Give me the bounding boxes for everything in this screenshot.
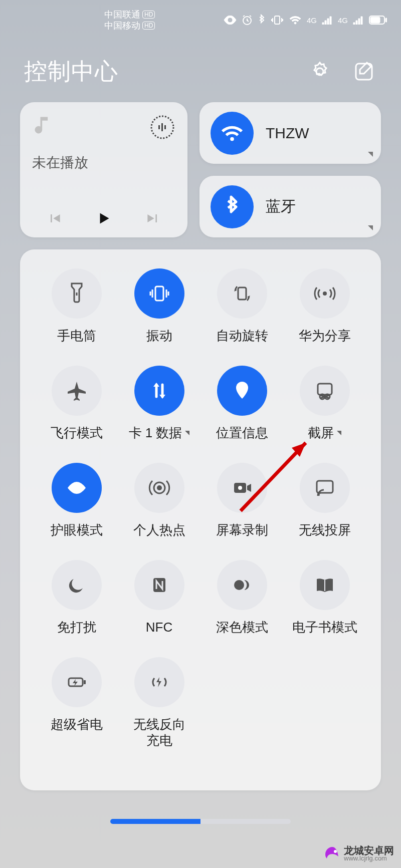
expand-triangle-icon xyxy=(337,431,341,435)
svg-rect-8 xyxy=(161,123,163,131)
tile-label-screenshot: 截屏 xyxy=(308,425,334,441)
tile-label-mobile-data: 卡 1 数据 xyxy=(129,425,182,441)
page-title: 控制中心 xyxy=(24,56,118,87)
airplane-icon xyxy=(65,379,89,403)
tile-wireless-proj[interactable]: 无线投屏 xyxy=(283,463,366,538)
tile-button-dark-mode[interactable] xyxy=(217,560,267,610)
huawei-share-icon xyxy=(313,281,337,306)
screenshot-icon xyxy=(313,379,337,403)
tile-button-reverse-charge[interactable] xyxy=(134,657,184,707)
super-saver-icon xyxy=(65,670,89,694)
tile-button-huawei-share[interactable] xyxy=(300,268,350,319)
tile-dark-mode[interactable]: 深色模式 xyxy=(200,560,283,635)
hd-badge-1: HD xyxy=(142,11,155,19)
tile-button-eye-comfort[interactable] xyxy=(52,463,102,513)
signal-1-label: 4G xyxy=(307,16,317,25)
tile-reverse-charge[interactable]: 无线反向充电 xyxy=(118,657,200,748)
edit-icon xyxy=(353,61,375,83)
reverse-charge-icon xyxy=(147,670,171,694)
wifi-tile[interactable]: THZW xyxy=(199,102,381,164)
tile-nfc[interactable]: NFC xyxy=(118,560,200,635)
edit-button[interactable] xyxy=(351,59,377,85)
tile-button-screen-record[interactable] xyxy=(217,463,267,513)
tile-label-airplane: 飞行模式 xyxy=(51,425,103,441)
vibrate-status-icon xyxy=(271,15,284,26)
tile-button-location[interactable] xyxy=(217,366,267,416)
tile-location[interactable]: 位置信息 xyxy=(200,366,283,441)
tile-eye-comfort[interactable]: 护眼模式 xyxy=(35,463,118,538)
bluetooth-status-icon xyxy=(258,14,266,26)
tile-label-autorotate: 自动旋转 xyxy=(216,328,268,344)
carrier-1: 中国联通 xyxy=(104,9,140,20)
mobile-data-icon xyxy=(147,379,171,403)
tile-button-autorotate[interactable] xyxy=(217,268,267,319)
tile-vibrate[interactable]: 振动 xyxy=(118,268,200,344)
music-note-icon xyxy=(32,114,54,136)
tile-flashlight[interactable]: 手电筒 xyxy=(35,268,118,344)
tile-button-nfc[interactable] xyxy=(134,560,184,610)
tile-label-reverse-charge: 无线反向充电 xyxy=(129,716,189,748)
tile-dnd[interactable]: 免打扰 xyxy=(35,560,118,635)
tile-label-super-saver: 超级省电 xyxy=(51,716,103,732)
location-icon xyxy=(230,379,254,403)
svg-rect-4 xyxy=(385,18,387,22)
gear-icon xyxy=(309,61,331,83)
tile-button-ebook-mode[interactable] xyxy=(300,560,350,610)
tile-label-ebook-mode: 电子书模式 xyxy=(292,619,357,635)
carrier-info: 中国联通HD 中国移动HD xyxy=(104,9,155,31)
tile-button-super-saver[interactable] xyxy=(52,657,102,707)
tile-screenshot[interactable]: 截屏 xyxy=(283,366,366,441)
tile-mobile-data[interactable]: 卡 1 数据 xyxy=(118,366,200,441)
tile-button-dnd[interactable] xyxy=(52,560,102,610)
tile-label-flashlight: 手电筒 xyxy=(57,328,96,344)
tile-label-location: 位置信息 xyxy=(216,425,268,441)
tile-label-nfc: NFC xyxy=(146,619,172,635)
tile-airplane[interactable]: 飞行模式 xyxy=(35,366,118,441)
alarm-status-icon xyxy=(242,15,253,26)
wifi-icon xyxy=(220,123,245,143)
tile-screen-record[interactable]: 屏幕录制 xyxy=(200,463,283,538)
tile-button-flashlight[interactable] xyxy=(52,268,102,319)
eye-status-icon xyxy=(224,16,237,25)
play-icon xyxy=(95,208,113,228)
tile-label-huawei-share: 华为分享 xyxy=(299,328,351,344)
tile-button-wireless-proj[interactable] xyxy=(300,463,350,513)
bluetooth-toggle[interactable] xyxy=(211,185,254,228)
watermark: 龙城安卓网www.lcjrlg.com xyxy=(324,846,394,863)
watermark-en: www.lcjrlg.com xyxy=(344,854,387,862)
tile-label-dark-mode: 深色模式 xyxy=(216,619,268,635)
ebook-mode-icon xyxy=(313,573,337,597)
flashlight-icon xyxy=(65,281,89,306)
tile-button-vibrate[interactable] xyxy=(134,268,184,319)
dark-mode-icon xyxy=(230,573,254,597)
settings-button[interactable] xyxy=(307,59,333,85)
tile-button-mobile-data[interactable] xyxy=(134,366,184,416)
dnd-icon xyxy=(65,573,89,597)
wifi-label: THZW xyxy=(266,125,309,142)
tiles-panel: 手电筒振动自动旋转华为分享飞行模式卡 1 数据位置信息截屏护眼模式个人热点屏幕录… xyxy=(20,249,381,790)
svg-point-12 xyxy=(334,850,337,853)
tile-huawei-share[interactable]: 华为分享 xyxy=(283,268,366,344)
tile-autorotate[interactable]: 自动旋转 xyxy=(200,268,283,344)
tile-hotspot[interactable]: 个人热点 xyxy=(118,463,200,538)
signal-1-icon xyxy=(322,16,333,25)
tile-button-hotspot[interactable] xyxy=(134,463,184,513)
media-next-button[interactable] xyxy=(144,209,162,227)
wifi-toggle[interactable] xyxy=(211,112,254,155)
watermark-cn: 龙城安卓网 xyxy=(344,846,394,854)
audio-output-button[interactable] xyxy=(149,114,175,140)
media-card: 未在播放 xyxy=(20,102,187,237)
svg-rect-1 xyxy=(275,16,280,24)
tile-button-screenshot[interactable] xyxy=(300,366,350,416)
wireless-proj-icon xyxy=(313,476,337,500)
tile-button-airplane[interactable] xyxy=(52,366,102,416)
media-play-button[interactable] xyxy=(95,209,113,227)
tile-ebook-mode[interactable]: 电子书模式 xyxy=(283,560,366,635)
bluetooth-tile[interactable]: 蓝牙 xyxy=(199,176,381,237)
signal-2-label: 4G xyxy=(338,16,348,25)
autorotate-icon xyxy=(230,281,254,306)
tile-super-saver[interactable]: 超级省电 xyxy=(35,657,118,748)
wifi-status-icon xyxy=(289,15,302,25)
media-prev-button[interactable] xyxy=(46,209,64,227)
carrier-2: 中国移动 xyxy=(104,20,140,31)
